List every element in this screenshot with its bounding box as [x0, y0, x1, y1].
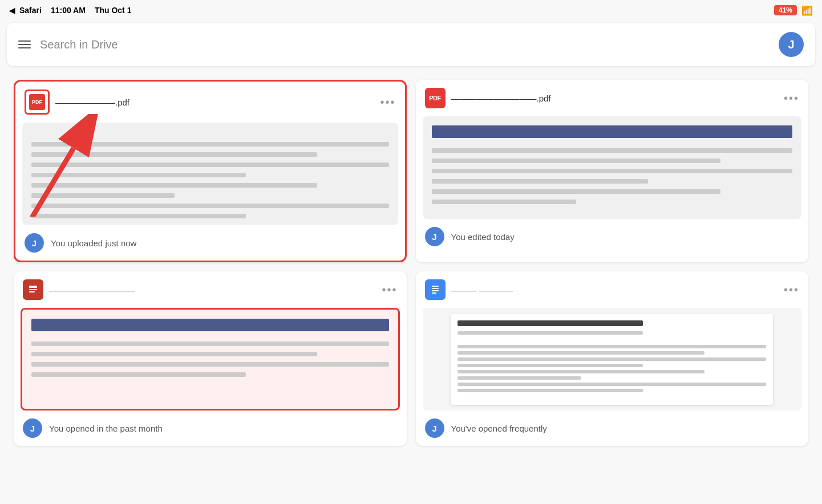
status-right: 41% 📶	[774, 5, 813, 16]
card-title-group-4: ——— ————	[425, 279, 513, 300]
card-header-2: PDF ——————————.pdf •••	[416, 80, 809, 116]
file-card-4[interactable]: ——— ———— •••	[416, 271, 809, 446]
cards-grid: PDF ———————.pdf •••	[14, 80, 808, 446]
pdf-icon-1: PDF	[25, 90, 50, 115]
wifi-icon: 📶	[801, 5, 813, 16]
card-filename-4: ——— ————	[451, 285, 513, 295]
card-footer-3: J You opened in the past month	[14, 410, 407, 446]
status-bar: ◀ Safari 11:00 AM Thu Oct 1 41% 📶	[0, 0, 822, 21]
forms-icon-3	[23, 279, 43, 300]
card-title-group-1: PDF ———————.pdf	[25, 90, 129, 115]
search-input[interactable]: Search in Drive	[40, 38, 118, 51]
hamburger-menu-icon[interactable]	[18, 40, 31, 48]
card-avatar-2: J	[425, 227, 444, 246]
card-avatar-3: J	[23, 418, 42, 438]
card-filename-3: ——————————	[49, 285, 135, 295]
card-footer-2: J You edited today	[416, 219, 809, 254]
card-more-button-1[interactable]: •••	[380, 96, 395, 109]
card-status-3: You opened in the past month	[49, 424, 163, 433]
card-more-button-4[interactable]: •••	[784, 283, 799, 296]
card-status-1: You uploaded just now	[51, 238, 136, 248]
card-header-4: ——— ———— •••	[416, 271, 809, 308]
search-left: Search in Drive	[18, 38, 118, 51]
card-avatar-4: J	[425, 418, 444, 438]
card-status-2: You edited today	[451, 232, 515, 242]
card-title-group-2: PDF ——————————.pdf	[425, 88, 551, 108]
card-thumbnail-4	[423, 308, 802, 410]
svg-rect-8	[432, 292, 436, 294]
status-left: ◀ Safari 11:00 AM Thu Oct 1	[9, 6, 131, 15]
card-thumbnail-1	[22, 123, 398, 225]
card-title-group-3: ——————————	[23, 279, 135, 300]
svg-rect-3	[29, 289, 37, 290]
card-thumbnail-3	[21, 308, 400, 410]
file-card-2[interactable]: PDF ——————————.pdf •••	[416, 80, 809, 262]
status-time: 11:00 AM	[51, 6, 86, 15]
svg-rect-5	[432, 286, 439, 287]
browser-name: Safari	[19, 6, 42, 15]
svg-rect-6	[432, 288, 439, 289]
card-footer-4: J You've opened frequently	[416, 410, 809, 446]
card-footer-1: J You uploaded just now	[15, 225, 405, 261]
svg-rect-4	[29, 291, 35, 292]
svg-rect-2	[29, 286, 37, 288]
battery-level: 41%	[779, 6, 792, 14]
card-status-4: You've opened frequently	[451, 424, 547, 433]
card-header-3: —————————— •••	[14, 271, 407, 308]
file-card-1[interactable]: PDF ———————.pdf •••	[14, 80, 407, 262]
back-arrow: ◀	[9, 6, 15, 15]
main-content: PDF ———————.pdf •••	[0, 68, 822, 457]
pdf-icon-2: PDF	[425, 88, 446, 108]
card-avatar-1: J	[25, 233, 44, 253]
status-date: Thu Oct 1	[95, 6, 132, 15]
docs-icon-4	[425, 279, 446, 300]
svg-rect-7	[432, 290, 439, 291]
file-card-3[interactable]: —————————— ••• J You opened in the p	[14, 271, 407, 446]
card-filename-2: ——————————.pdf	[451, 94, 551, 103]
card-more-button-3[interactable]: •••	[382, 283, 397, 296]
battery-icon: 41%	[774, 5, 797, 15]
card-thumbnail-2	[423, 116, 802, 219]
card-more-button-2[interactable]: •••	[784, 92, 799, 105]
user-avatar[interactable]: J	[779, 32, 804, 57]
card-header-1: PDF ———————.pdf •••	[15, 82, 405, 123]
search-bar[interactable]: Search in Drive J	[7, 23, 815, 66]
card-filename-1: ———————.pdf	[55, 97, 129, 107]
